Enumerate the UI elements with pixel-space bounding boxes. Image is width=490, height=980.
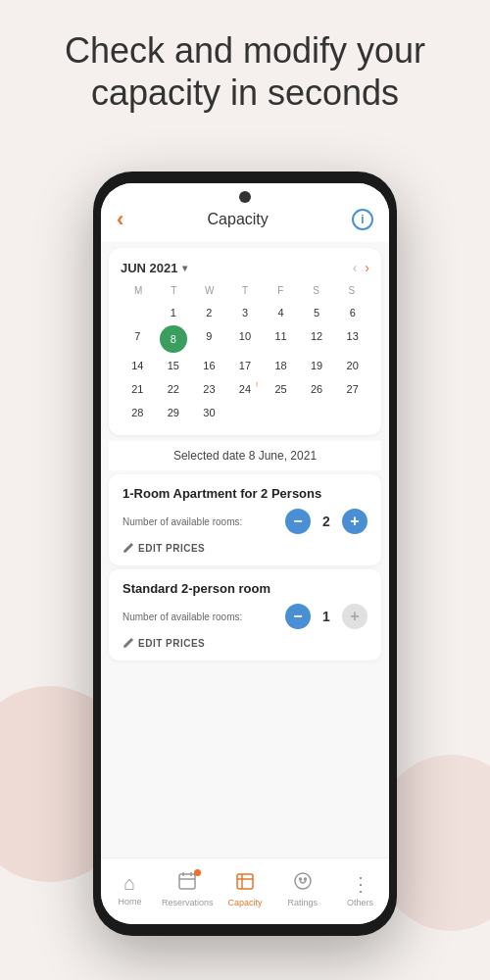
room-1-plus-button[interactable]: + xyxy=(342,509,368,534)
cal-day-4[interactable]: 4 xyxy=(264,302,298,323)
calendar-days: 1 2 3 4 5 6 7 8 9 10 11 12 13 14 15 16 1… xyxy=(121,302,369,423)
home-icon: ⌂ xyxy=(123,872,135,895)
cal-day-1[interactable]: 1 xyxy=(157,302,191,323)
cal-day-10[interactable]: 10 xyxy=(228,325,263,353)
room-2-controls: Number of available rooms: − 1 + xyxy=(122,604,368,629)
weekday-mon: M xyxy=(121,283,156,298)
svg-point-7 xyxy=(295,873,311,889)
weekday-tue: T xyxy=(156,283,191,298)
room-1-edit-prices-button[interactable]: EDIT PRICES xyxy=(122,542,368,554)
room-card-2: Standard 2-person room Number of availab… xyxy=(109,569,381,661)
cal-day-2[interactable]: 2 xyxy=(192,302,226,323)
cal-day-30[interactable]: 30 xyxy=(192,402,226,423)
room-2-controls-label: Number of available rooms: xyxy=(122,612,277,622)
cal-day-25[interactable]: 25 xyxy=(264,378,298,400)
phone-screen: ‹ Capacity i JUN 2021 ▾ ‹ › M T W T xyxy=(101,183,389,924)
nav-ratings[interactable]: Ratings xyxy=(273,871,331,907)
cal-day-6[interactable]: 6 xyxy=(335,302,369,323)
cal-day-12[interactable]: 12 xyxy=(300,325,334,353)
svg-point-8 xyxy=(299,878,301,880)
cal-day-19[interactable]: 19 xyxy=(300,355,334,376)
cal-day-21[interactable]: 21 xyxy=(121,378,155,400)
nav-others-label: Others xyxy=(347,898,373,907)
calendar-navigation: ‹ › xyxy=(353,260,369,275)
cal-day-empty-2 xyxy=(228,402,263,423)
cal-day-20[interactable]: 20 xyxy=(335,355,369,376)
headline: Check and modify your capacity in second… xyxy=(0,0,490,133)
cal-day-15[interactable]: 15 xyxy=(157,355,191,376)
room-1-controls-label: Number of available rooms: xyxy=(122,516,277,527)
cal-day-22[interactable]: 22 xyxy=(157,378,191,400)
nav-ratings-label: Ratings xyxy=(288,898,318,907)
cal-day-8-selected[interactable]: 8 xyxy=(160,325,187,353)
cal-day-13[interactable]: 13 xyxy=(335,325,369,353)
cal-day-9[interactable]: 9 xyxy=(192,325,226,353)
reservations-badge xyxy=(194,869,201,876)
nav-capacity-label: Capacity xyxy=(227,898,262,907)
nav-reservations[interactable]: Reservations xyxy=(159,871,217,907)
cal-day-14[interactable]: 14 xyxy=(121,355,155,376)
room-1-edit-prices-label: EDIT PRICES xyxy=(138,543,205,554)
cal-day-28[interactable]: 28 xyxy=(121,402,155,423)
svg-rect-0 xyxy=(179,874,195,889)
phone-shell: ‹ Capacity i JUN 2021 ▾ ‹ › M T W T xyxy=(93,172,397,936)
nav-home[interactable]: ⌂ Home xyxy=(101,872,159,906)
calendar-weekdays: M T W T F S S xyxy=(121,283,369,298)
nav-others[interactable]: ⋮ Others xyxy=(331,872,389,907)
room-2-minus-button[interactable]: − xyxy=(285,604,311,629)
camera-notch xyxy=(239,191,251,203)
cal-prev-button[interactable]: ‹ xyxy=(353,260,358,275)
room-card-1: 1-Room Apartment for 2 Persons Number of… xyxy=(109,474,381,565)
room-2-plus-button[interactable]: + xyxy=(342,604,368,629)
header-title: Capacity xyxy=(208,211,269,228)
selected-date-bar: Selected date 8 June, 2021 xyxy=(109,441,381,470)
room-1-minus-button[interactable]: − xyxy=(285,509,311,534)
room-2-title: Standard 2-person room xyxy=(122,581,368,596)
cal-day-27[interactable]: 27 xyxy=(335,378,369,400)
nav-home-label: Home xyxy=(118,897,141,906)
weekday-sun: S xyxy=(334,283,369,298)
month-dropdown-icon[interactable]: ▾ xyxy=(182,263,187,273)
room-1-controls: Number of available rooms: − 2 + xyxy=(122,509,368,534)
cal-day-7[interactable]: 7 xyxy=(121,325,155,353)
nav-reservations-label: Reservations xyxy=(162,898,214,907)
cal-day-empty-3 xyxy=(264,402,298,423)
cal-day-empty-5 xyxy=(335,402,369,423)
cal-day-5[interactable]: 5 xyxy=(300,302,334,323)
room-2-edit-prices-button[interactable]: EDIT PRICES xyxy=(122,637,368,649)
cal-day-empty-4 xyxy=(300,402,334,423)
month-label: JUN 2021 xyxy=(121,261,178,275)
room-1-title: 1-Room Apartment for 2 Persons xyxy=(122,486,368,501)
ratings-icon xyxy=(293,871,313,896)
cal-day-26[interactable]: 26 xyxy=(300,378,334,400)
nav-capacity[interactable]: Capacity xyxy=(217,871,274,907)
weekday-fri: F xyxy=(263,283,298,298)
calendar: JUN 2021 ▾ ‹ › M T W T F S S 1 xyxy=(109,248,381,435)
svg-point-9 xyxy=(304,878,306,880)
weekday-thu: T xyxy=(227,283,263,298)
calendar-month[interactable]: JUN 2021 ▾ xyxy=(121,261,187,275)
weekday-wed: W xyxy=(192,283,227,298)
info-button[interactable]: i xyxy=(352,209,373,230)
others-icon: ⋮ xyxy=(351,872,370,896)
cal-day-29[interactable]: 29 xyxy=(157,402,191,423)
cal-next-button[interactable]: › xyxy=(365,260,369,275)
cal-day-11[interactable]: 11 xyxy=(264,325,298,353)
cal-day-23[interactable]: 23 xyxy=(192,378,226,400)
room-2-count: 1 xyxy=(318,609,334,624)
weekday-sat: S xyxy=(298,283,333,298)
room-2-edit-prices-label: EDIT PRICES xyxy=(138,638,205,649)
calendar-header: JUN 2021 ▾ ‹ › xyxy=(121,260,369,275)
cal-day-3[interactable]: 3 xyxy=(228,302,263,323)
back-button[interactable]: ‹ xyxy=(117,207,123,232)
svg-rect-4 xyxy=(237,874,253,889)
room-1-count: 2 xyxy=(318,514,334,529)
cal-day-24[interactable]: 24 xyxy=(228,378,263,400)
capacity-icon xyxy=(235,871,255,896)
reservations-icon xyxy=(177,871,197,896)
bottom-nav: ⌂ Home Reservations xyxy=(101,858,389,924)
cal-day-17[interactable]: 17 xyxy=(228,355,263,376)
cal-day-18[interactable]: 18 xyxy=(264,355,298,376)
cal-day-16[interactable]: 16 xyxy=(192,355,226,376)
cal-day-empty xyxy=(121,302,155,323)
